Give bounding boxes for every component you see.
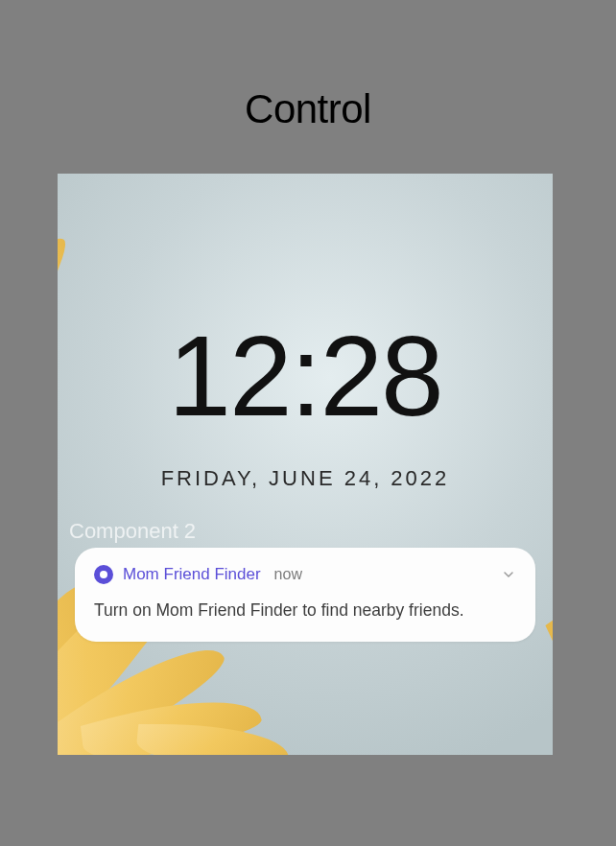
component-label: Component 2 — [69, 519, 196, 544]
circle-dot-icon — [94, 565, 113, 584]
wallpaper-leaf — [134, 724, 292, 755]
lockscreen-time: 12:28 — [58, 319, 553, 433]
chevron-down-icon[interactable] — [501, 567, 516, 582]
notification-card[interactable]: Mom Friend Finder now Turn on Mom Friend… — [75, 548, 535, 642]
notification-timestamp: now — [274, 566, 302, 583]
notification-message: Turn on Mom Friend Finder to find nearby… — [94, 599, 516, 623]
notification-header: Mom Friend Finder now — [94, 565, 516, 584]
wallpaper — [58, 174, 553, 755]
page-title: Control — [0, 86, 616, 132]
lockscreen-date: FRIDAY, JUNE 24, 2022 — [58, 466, 553, 491]
lockscreen-preview: 12:28 FRIDAY, JUNE 24, 2022 Component 2 … — [58, 174, 553, 755]
wallpaper-leaf — [545, 598, 553, 755]
notification-app-name: Mom Friend Finder — [123, 565, 261, 584]
